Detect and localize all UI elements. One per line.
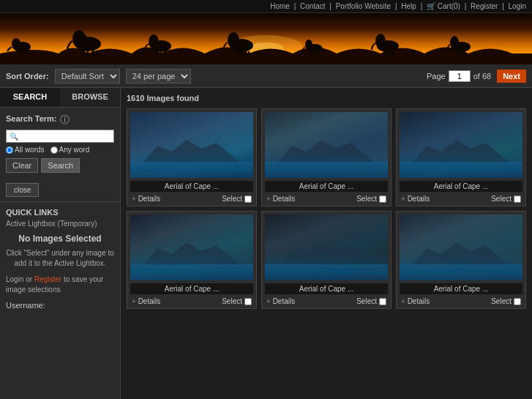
register-link-2[interactable]: Register xyxy=(34,275,61,283)
select-row: Select xyxy=(491,297,521,305)
select-label: Select xyxy=(356,195,377,203)
clear-button[interactable]: Clear xyxy=(6,158,38,173)
svg-line-6 xyxy=(18,51,19,56)
image-card: Aerial of Cape ... Details Select xyxy=(261,211,391,309)
select-checkbox[interactable] xyxy=(379,195,386,203)
svg-point-5 xyxy=(12,38,20,50)
nav-cart-link[interactable]: 🛒 Cart(0) xyxy=(427,2,460,10)
select-checkbox[interactable] xyxy=(244,195,252,203)
search-btn-row: Clear Search xyxy=(6,158,114,173)
image-thumbnail xyxy=(265,112,388,178)
svg-line-11 xyxy=(83,51,83,57)
quick-links-section: QUICK LINKS Active Lightbox (Temporary) … xyxy=(0,201,120,316)
results-count: 1610 Images found xyxy=(127,94,526,102)
close-btn-row: close xyxy=(0,179,120,201)
search-panel: Search Term: ⓘ 🔍 All words Any word Clea… xyxy=(0,108,120,179)
image-title: Aerial of Cape ... xyxy=(400,283,522,294)
select-label: Select xyxy=(491,297,512,305)
svg-point-18 xyxy=(149,34,159,49)
details-link[interactable]: Details xyxy=(266,297,295,305)
top-navigation: Home | Contact | Portfolio Website | Hel… xyxy=(0,0,532,13)
page-of-label: of 68 xyxy=(473,72,491,81)
main-area: SEARCH BROWSE Search Term: ⓘ 🔍 All words xyxy=(0,88,532,399)
search-input-box: 🔍 xyxy=(6,130,114,143)
search-inline-icon: 🔍 xyxy=(10,133,18,141)
sidebar-tabs: SEARCH BROWSE xyxy=(0,88,120,108)
banner xyxy=(0,13,532,64)
image-title: Aerial of Cape ... xyxy=(265,283,388,294)
select-row: Select xyxy=(222,195,252,203)
select-checkbox[interactable] xyxy=(514,298,521,305)
toolbar: Sort Order: Default Sort 24 per page Pag… xyxy=(0,64,532,88)
nav-separator-6: | xyxy=(502,2,504,10)
nav-home-link[interactable]: Home xyxy=(270,2,290,10)
nav-contact-link[interactable]: Contact xyxy=(300,2,325,10)
image-card: Aerial of Cape ... Details Select xyxy=(127,108,257,206)
image-title: Aerial of Cape ... xyxy=(400,181,522,192)
select-label: Select xyxy=(222,195,242,203)
search-term-row: Search Term: ⓘ xyxy=(6,113,114,127)
tab-search[interactable]: SEARCH xyxy=(0,88,60,107)
image-title: Aerial of Cape ... xyxy=(130,181,253,192)
select-checkbox[interactable] xyxy=(244,298,252,305)
nav-login-link[interactable]: Login xyxy=(509,2,526,10)
nav-register-link[interactable]: Register xyxy=(471,2,498,10)
quick-links-title: QUICK LINKS xyxy=(6,208,114,217)
nav-separator-2: | xyxy=(329,2,331,10)
image-actions: Details Select xyxy=(265,297,388,305)
svg-point-39 xyxy=(450,36,459,49)
login-text: Login or Register to save your image sel… xyxy=(6,275,114,295)
radio-any-word[interactable] xyxy=(50,146,58,154)
image-thumbnail xyxy=(400,112,522,178)
page-label: Page xyxy=(427,72,446,81)
close-button[interactable]: close xyxy=(6,183,39,197)
nav-help-link[interactable]: Help xyxy=(401,2,416,10)
nav-separator-4: | xyxy=(421,2,423,10)
no-images-title: No Images Selected xyxy=(6,234,114,244)
details-link[interactable]: Details xyxy=(401,297,430,305)
select-row: Select xyxy=(222,297,252,305)
details-link[interactable]: Details xyxy=(132,297,160,305)
radio-all-words[interactable] xyxy=(6,146,13,154)
search-info-button[interactable]: ⓘ xyxy=(60,113,70,127)
search-button[interactable]: Search xyxy=(41,158,80,173)
image-title: Aerial of Cape ... xyxy=(265,181,388,192)
image-card: Aerial of Cape ... Details Select xyxy=(261,108,391,206)
select-label: Select xyxy=(356,297,377,305)
details-link[interactable]: Details xyxy=(401,195,430,203)
svg-line-19 xyxy=(157,51,157,56)
details-link[interactable]: Details xyxy=(266,195,295,203)
tab-browse[interactable]: BROWSE xyxy=(60,88,120,107)
next-button[interactable]: Next xyxy=(497,70,526,83)
image-actions: Details Select xyxy=(130,195,253,203)
banner-svg xyxy=(0,13,532,64)
image-actions: Details Select xyxy=(400,297,522,305)
select-row: Select xyxy=(491,195,521,203)
sort-order-label: Sort Order: xyxy=(6,72,49,81)
search-term-label: Search Term: xyxy=(6,114,57,123)
image-actions: Details Select xyxy=(130,297,253,305)
select-row: Select xyxy=(356,297,386,305)
image-card: Aerial of Cape ... Details Select xyxy=(396,211,526,309)
sort-order-select[interactable]: Default Sort xyxy=(55,69,120,83)
sidebar: SEARCH BROWSE Search Term: ⓘ 🔍 All words xyxy=(0,88,121,399)
image-card: Aerial of Cape ... Details Select xyxy=(396,108,526,206)
nav-separator-5: | xyxy=(465,2,467,10)
select-label: Select xyxy=(222,297,242,305)
svg-point-16 xyxy=(82,34,86,37)
per-page-select[interactable]: 24 per page xyxy=(126,69,191,83)
nav-separator-1: | xyxy=(294,2,296,10)
select-checkbox[interactable] xyxy=(379,298,386,305)
radio-all-words-label: All words xyxy=(6,146,45,154)
image-thumbnail xyxy=(130,112,253,178)
details-link[interactable]: Details xyxy=(132,195,160,203)
search-input[interactable] xyxy=(20,132,110,141)
select-row: Select xyxy=(356,195,386,203)
nav-portfolio-link[interactable]: Portfolio Website xyxy=(336,2,391,10)
page-number-input[interactable] xyxy=(449,70,471,82)
no-images-desc: Click "Select" under any image to add it… xyxy=(6,248,114,269)
page-info: Page of 68 xyxy=(427,70,491,82)
image-card: Aerial of Cape ... Details Select xyxy=(127,211,257,309)
radio-any-word-label: Any word xyxy=(50,146,90,154)
select-checkbox[interactable] xyxy=(514,195,521,203)
